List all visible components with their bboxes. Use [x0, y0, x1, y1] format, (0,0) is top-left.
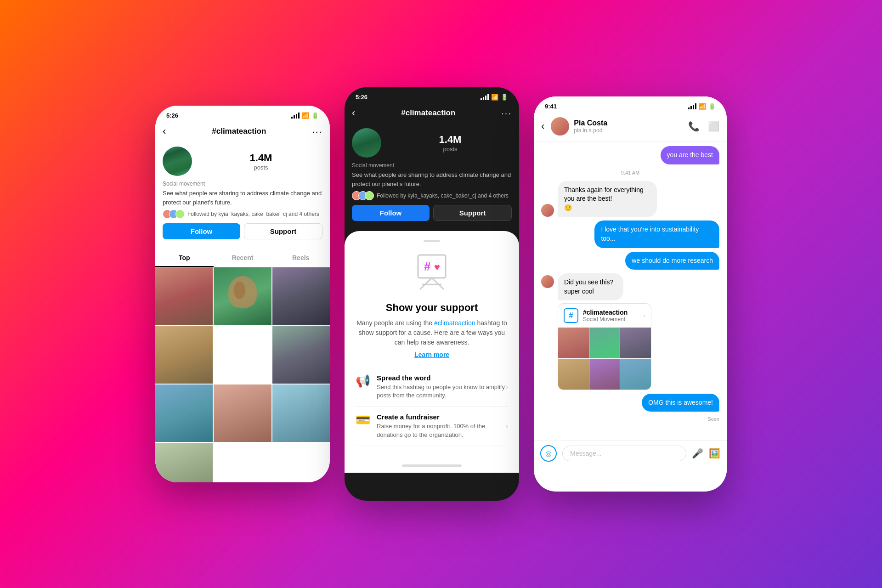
more-button-2[interactable]: ··· [501, 108, 512, 119]
action-item-1[interactable]: 📢 Spread the word Send this hashtag to p… [356, 368, 508, 407]
svg-line-4 [432, 278, 443, 289]
mic-icon[interactable]: 🎤 [692, 448, 703, 459]
status-bar-2: 5:26 📶 🔋 [345, 87, 519, 103]
hashtag-card[interactable]: # #climateaction Social Movement › [558, 303, 651, 390]
chevron-icon-1: › [506, 383, 508, 391]
home-indicator-2 [345, 459, 519, 473]
grid-cell-4[interactable] [155, 326, 213, 383]
messages-area: you are the best 9:41 AM Thanks again fo… [534, 141, 727, 440]
action1-desc: Send this hashtag to people you know to … [377, 383, 508, 400]
grid-cell-6[interactable] [155, 384, 213, 442]
contact-username: pia.in.a.pod [574, 127, 607, 134]
msg-row-3: I love that you're into sustainability t… [541, 220, 719, 248]
messages-back-button[interactable]: ‹ [541, 120, 544, 132]
message-placeholder: Message... [570, 450, 601, 457]
modal-title: Show your support [356, 302, 508, 314]
status-bar-1: 5:26 📶 🔋 [155, 106, 330, 122]
modal-handle [424, 240, 440, 242]
contact-avatar-small-2 [541, 275, 554, 288]
card-photos-grid [558, 328, 651, 389]
action-item-2[interactable]: 💳 Create a fundraiser Raise money for a … [356, 407, 508, 446]
grid-cell-2[interactable] [214, 267, 271, 325]
tab-reels-1[interactable]: Reels [271, 249, 330, 267]
msg-2-text: Thanks again for everything you are the … [564, 186, 644, 203]
status-bar-3: 9:41 📶 🔋 [534, 96, 727, 113]
followed-by-2: Followed by kyia_kayaks, cake_baker_cj a… [377, 192, 509, 199]
signal-icon-3 [688, 103, 696, 109]
support-button-2[interactable]: Support [433, 205, 512, 221]
camera-button[interactable]: ◎ [540, 445, 557, 462]
follow-button-1[interactable]: Follow [163, 223, 240, 239]
page-title-2: #climateaction [401, 108, 455, 118]
header-icons: 📞 ⬜ [688, 121, 719, 132]
back-button-2[interactable]: ‹ [352, 107, 355, 119]
messages-header: ‹ Pia Costa pia.in.a.pod 📞 ⬜ [534, 113, 727, 141]
megaphone-icon: 📢 [356, 374, 370, 388]
message-input-bar: ◎ Message... 🎤 🖼️ [534, 440, 727, 474]
svg-line-3 [420, 278, 432, 289]
hashtag-card-header: # #climateaction Social Movement › [558, 304, 651, 328]
card-photo-5 [589, 359, 620, 390]
msg-row-5: Did you see this? super cool # #climatea… [541, 273, 719, 390]
action-text-1: Spread the word Send this hashtag to peo… [377, 374, 508, 400]
fundraiser-icon: 💳 [356, 413, 370, 427]
bubble-3: I love that you're into sustainability t… [594, 220, 719, 248]
image-icon[interactable]: 🖼️ [709, 448, 720, 459]
time-2: 5:26 [356, 94, 368, 101]
hashtag-card-info: #climateaction Social Movement [583, 309, 628, 322]
phone-call-icon[interactable]: 📞 [688, 121, 700, 132]
grid-cell-9[interactable] [155, 443, 213, 482]
bubble-5: Did you see this? super cool [558, 273, 623, 300]
modal-hashtag-link[interactable]: #climateaction [434, 319, 475, 327]
follower-avatar-d3 [365, 191, 374, 200]
hashtag-stats-2: 1.4M posts [389, 134, 512, 153]
hashtag-card-chevron: › [643, 312, 645, 319]
timestamp-1: 9:41 AM [541, 170, 719, 175]
back-button-1[interactable]: ‹ [163, 125, 166, 137]
hashtag-card-icon: # [564, 308, 578, 323]
contact-avatar [551, 117, 569, 136]
desc-1: See what people are sharing to address c… [163, 189, 322, 207]
message-input[interactable]: Message... [562, 446, 686, 461]
hashtag-header-2: 1.4M posts Social movement See what peop… [345, 123, 519, 231]
signal-icon-2 [481, 94, 489, 100]
contact-avatar-small-1 [541, 204, 554, 217]
msg-row-1: you are the best [541, 146, 719, 164]
tab-top-1[interactable]: Top [155, 249, 214, 267]
grid-cell-8[interactable] [272, 384, 330, 442]
grid-cell-5[interactable] [272, 326, 330, 383]
photo-grid-1 [155, 267, 330, 482]
nav-bar-2: ‹ #climateaction ··· [345, 103, 519, 123]
tab-recent-1[interactable]: Recent [214, 249, 272, 267]
more-button-1[interactable]: ··· [312, 126, 322, 137]
time-1: 5:26 [166, 112, 178, 119]
time-3: 9:41 [545, 103, 557, 110]
follow-button-2[interactable]: Follow [352, 205, 430, 221]
video-call-icon[interactable]: ⬜ [708, 121, 719, 132]
phone-2: 5:26 📶 🔋 ‹ #climateaction ··· 1.4M posts… [345, 87, 519, 501]
grid-cell-3[interactable] [272, 267, 330, 325]
card-photo-4 [558, 359, 589, 390]
posts-count-1: 1.4M [199, 152, 322, 164]
btn-row-1: Follow Support [163, 223, 322, 239]
msg-row-2: Thanks again for everything you are the … [541, 181, 719, 217]
modal-sheet: # ♥ Show your support Many people are us… [345, 231, 519, 459]
action1-title: Spread the word [377, 374, 508, 382]
msg-row-4: we should do more research [541, 252, 719, 270]
modal-desc: Many people are using the #climateaction… [356, 318, 508, 347]
action-text-2: Create a fundraiser Raise money for a no… [377, 413, 508, 439]
grid-cell-1[interactable] [155, 267, 213, 325]
hashtag-card-title: #climateaction [583, 309, 628, 316]
hashtag-header-1: 1.4M posts Social movement See what peop… [155, 141, 330, 249]
btn-row-2: Follow Support [352, 205, 512, 221]
desc-2: See what people are sharing to address c… [352, 170, 512, 188]
support-button-1[interactable]: Support [244, 223, 322, 239]
grid-cell-7[interactable] [214, 384, 271, 442]
hashtag-card-sub: Social Movement [583, 316, 628, 322]
card-photo-1 [558, 328, 589, 358]
nav-bar-1: ‹ #climateaction ··· [155, 122, 330, 141]
learn-more-link[interactable]: Learn more [356, 351, 508, 358]
action2-title: Create a fundraiser [377, 413, 508, 421]
page-title-1: #climateaction [212, 127, 266, 136]
svg-text:#: # [424, 260, 431, 273]
